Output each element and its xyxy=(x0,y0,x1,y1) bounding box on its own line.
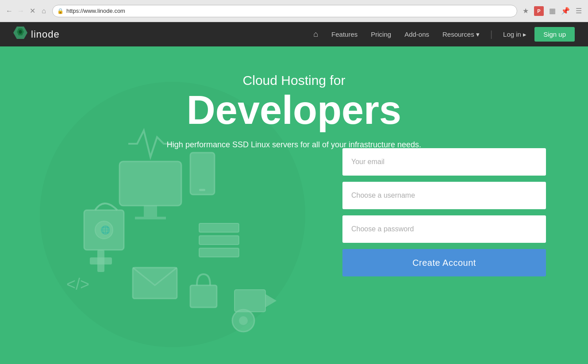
reload-button[interactable]: ✕ xyxy=(27,6,37,16)
nav-signup-button[interactable]: Sign up xyxy=(534,27,575,42)
navbar-logo: linode xyxy=(13,27,60,42)
profile-icon[interactable]: P xyxy=(534,6,544,16)
svg-rect-6 xyxy=(135,217,166,219)
nav-features[interactable]: Features xyxy=(326,28,363,41)
hero-content: Cloud Hosting for Developers High perfor… xyxy=(167,46,421,151)
svg-rect-5 xyxy=(144,206,157,217)
forward-button[interactable]: → xyxy=(16,6,26,16)
svg-rect-8 xyxy=(199,189,205,191)
svg-rect-7 xyxy=(190,153,215,195)
nav-divider: | xyxy=(490,29,492,39)
svg-text:🌐: 🌐 xyxy=(100,225,111,235)
nav-login[interactable]: Log in ▸ xyxy=(498,28,532,41)
signup-form: Create Account xyxy=(342,148,546,276)
nav-addons[interactable]: Add-ons xyxy=(399,28,434,41)
create-account-button[interactable]: Create Account xyxy=(342,249,546,276)
home-button[interactable]: ⌂ xyxy=(39,6,49,16)
password-input[interactable] xyxy=(342,215,546,243)
nav-pricing[interactable]: Pricing xyxy=(365,28,396,41)
browser-chrome: ← → ✕ ⌂ 🔒 ★ P ▦ 📌 ☰ xyxy=(0,0,588,22)
navbar-links: ⌂ Features Pricing Add-ons Resources ▾ |… xyxy=(308,27,575,42)
url-input[interactable] xyxy=(66,8,512,14)
svg-text:</>: </> xyxy=(66,275,89,293)
browser-actions: ★ P ▦ 📌 ☰ xyxy=(521,6,584,16)
svg-point-23 xyxy=(239,316,248,325)
email-input[interactable] xyxy=(342,148,546,176)
svg-rect-19 xyxy=(90,257,112,264)
username-input[interactable] xyxy=(342,182,546,209)
home-nav-icon[interactable]: ⌂ xyxy=(308,27,323,42)
svg-rect-15 xyxy=(199,248,239,257)
svg-rect-13 xyxy=(199,223,239,232)
hero-title: Developers xyxy=(167,90,421,130)
navbar: linode ⌂ Features Pricing Add-ons Resour… xyxy=(0,22,588,46)
svg-rect-14 xyxy=(199,236,239,245)
address-bar: 🔒 xyxy=(52,5,517,17)
svg-rect-20 xyxy=(234,290,265,312)
logo-text: linode xyxy=(31,29,60,40)
nav-resources[interactable]: Resources ▾ xyxy=(437,28,485,41)
pin-icon[interactable]: 📌 xyxy=(561,6,570,16)
hero-subtitle: Cloud Hosting for xyxy=(167,73,421,88)
layers-icon[interactable]: ▦ xyxy=(547,6,557,16)
lock-icon: 🔒 xyxy=(57,8,64,14)
bookmark-icon[interactable]: ★ xyxy=(521,6,530,16)
menu-icon[interactable]: ☰ xyxy=(574,6,584,16)
svg-rect-4 xyxy=(119,161,181,206)
logo-icon xyxy=(13,27,27,42)
hero-section: 🌐 </> Cloud Hosting for Developers High … xyxy=(0,46,588,364)
back-button[interactable]: ← xyxy=(4,6,14,16)
svg-rect-17 xyxy=(190,285,217,307)
browser-nav-buttons: ← → ✕ ⌂ xyxy=(4,6,49,16)
